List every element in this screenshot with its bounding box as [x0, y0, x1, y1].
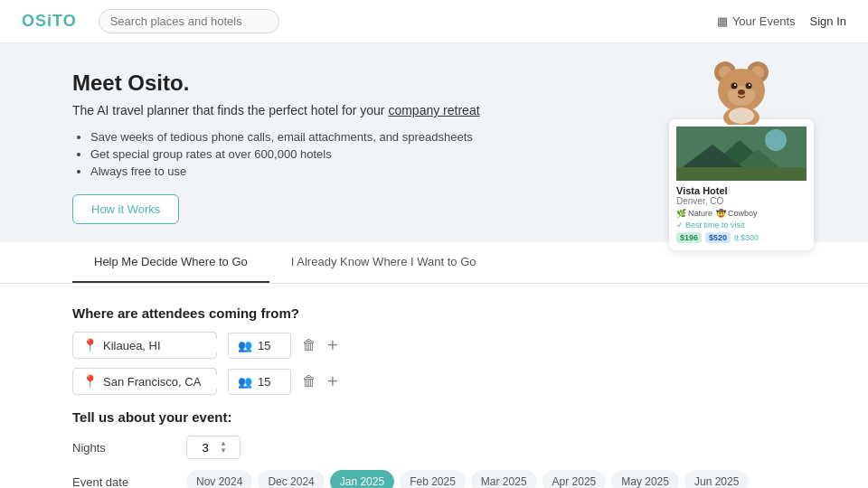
main-content: Where are attendees coming from? 📍 👥 🗑 +…	[0, 284, 868, 488]
event-date-row: Event date Nov 2024 Dec 2024 Jan 2025 Fe…	[72, 470, 796, 488]
header: OSiTO ▦ Your Events Sign In	[0, 0, 868, 43]
month-dec-2024[interactable]: Dec 2024	[258, 470, 324, 488]
hotel-best-time: ✓ Best time to visit	[676, 221, 807, 230]
month-jun-2025[interactable]: Jun 2025	[684, 470, 749, 488]
delete-attendee-2-button[interactable]: 🗑	[302, 373, 316, 389]
attendees-section: 📍 👥 🗑 + 📍 👥 🗑 +	[72, 332, 796, 395]
calendar-icon: ▦	[717, 14, 728, 28]
logo-accent: T	[52, 12, 63, 30]
bear-illustration	[669, 52, 814, 125]
hotel-card: Vista Hotel Denver, CO 🌿 Nature 🤠 Cowboy…	[669, 119, 814, 250]
sign-in-button[interactable]: Sign In	[810, 14, 846, 28]
month-feb-2025[interactable]: Feb 2025	[400, 470, 466, 488]
logo-text: OSi	[22, 12, 52, 30]
nights-row: Nights ▲ ▼	[72, 436, 796, 459]
svg-point-9	[749, 84, 750, 86]
hotel-name: Vista Hotel	[676, 185, 807, 196]
hero-right-panel: Vista Hotel Denver, CO 🌿 Nature 🤠 Cowboy…	[669, 52, 814, 250]
svg-point-8	[734, 84, 736, 86]
your-events-button[interactable]: ▦ Your Events	[717, 14, 796, 28]
logo-text2: O	[63, 12, 77, 30]
nights-arrows: ▲ ▼	[220, 440, 227, 455]
month-apr-2025[interactable]: Apr 2025	[542, 470, 607, 488]
person-icon-2: 👥	[238, 375, 252, 389]
attendee-count-1[interactable]: 👥	[228, 333, 291, 359]
hotel-prices: $196 $520 tt $300	[676, 232, 807, 243]
search-input[interactable]	[99, 9, 279, 33]
tab-know[interactable]: I Already Know Where I Want to Go	[269, 242, 498, 283]
attendee-row-1: 📍 👥 🗑 +	[72, 332, 796, 359]
hotel-location: Denver, CO	[676, 196, 807, 206]
svg-rect-19	[676, 167, 807, 181]
your-events-label: Your Events	[732, 14, 796, 28]
price-high: tt $300	[734, 232, 759, 243]
event-date-label: Event date	[72, 470, 172, 488]
price-low: $196	[676, 232, 702, 243]
bullet-3: Always free to use	[90, 164, 579, 178]
nights-down-button[interactable]: ▼	[220, 447, 227, 455]
hero-section: Meet Osito. The AI travel planner that f…	[0, 43, 868, 242]
hero-content: Meet Osito. The AI travel planner that f…	[72, 70, 579, 224]
location-pin-icon-1: 📍	[82, 338, 98, 352]
svg-point-7	[746, 83, 752, 89]
nights-label: Nights	[72, 436, 172, 455]
header-right: ▦ Your Events Sign In	[717, 14, 846, 28]
hero-bullets: Save weeks of tedious phone calls, email…	[72, 130, 579, 178]
how-it-works-button[interactable]: How it Works	[72, 194, 179, 224]
hotel-tag-nature: 🌿 Nature	[676, 209, 712, 218]
bullet-2: Get special group rates at over 600,000 …	[90, 147, 579, 161]
location-pin-icon-2: 📍	[82, 374, 98, 389]
month-nov-2024[interactable]: Nov 2024	[186, 470, 252, 488]
attendee-location-2[interactable]: 📍	[72, 368, 217, 395]
month-mar-2025[interactable]: Mar 2025	[471, 470, 537, 488]
count-input-2[interactable]	[258, 375, 280, 389]
attendees-title: Where are attendees coming from?	[72, 305, 796, 321]
delete-attendee-1-button[interactable]: 🗑	[302, 337, 316, 353]
months-row: Nov 2024 Dec 2024 Jan 2025 Feb 2025 Mar …	[186, 470, 796, 488]
logo: OSiTO	[22, 12, 77, 31]
attendee-location-1[interactable]: 📍	[72, 332, 217, 359]
tab-decide[interactable]: Help Me Decide Where to Go	[72, 242, 269, 283]
month-jan-2025[interactable]: Jan 2025	[330, 470, 394, 488]
svg-point-5	[728, 86, 755, 106]
bullet-1: Save weeks of tedious phone calls, email…	[90, 130, 579, 144]
count-input-1[interactable]	[258, 339, 280, 352]
svg-point-18	[765, 129, 787, 151]
svg-point-12	[729, 108, 754, 124]
hero-title: Meet Osito.	[72, 70, 579, 96]
person-icon-1: 👥	[238, 339, 252, 352]
event-title: Tell us about your event:	[72, 409, 796, 425]
nights-control[interactable]: ▲ ▼	[186, 436, 241, 459]
attendee-count-2[interactable]: 👥	[228, 369, 291, 395]
svg-point-10	[738, 89, 745, 95]
hotel-tag-cowboy: 🤠 Cowboy	[716, 209, 758, 218]
hero-subtitle: The AI travel planner that finds the per…	[72, 103, 579, 117]
nights-input[interactable]	[194, 441, 216, 455]
svg-point-6	[731, 83, 738, 89]
attendee-row-2: 📍 👥 🗑 +	[72, 368, 796, 395]
hotel-thumbnail	[676, 127, 807, 181]
hotel-tags: 🌿 Nature 🤠 Cowboy	[676, 209, 807, 218]
price-mid: $520	[705, 232, 731, 243]
month-may-2025[interactable]: May 2025	[611, 470, 679, 488]
add-attendee-1-button[interactable]: +	[327, 335, 338, 356]
add-attendee-2-button[interactable]: +	[327, 371, 338, 392]
